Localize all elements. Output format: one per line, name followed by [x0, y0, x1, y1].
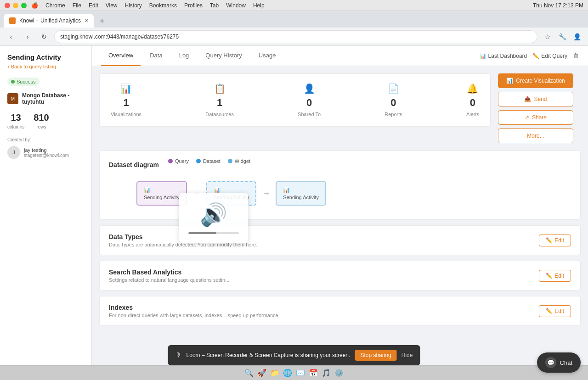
- dock-launchpad[interactable]: 🚀: [256, 368, 267, 379]
- status-dot: [11, 80, 15, 84]
- create-visualization-button[interactable]: 📊 Create Visualization: [498, 73, 573, 88]
- edit-query-link[interactable]: ✏️ Edit Query: [532, 53, 567, 59]
- dock-app-8[interactable]: ⚙️: [334, 368, 345, 379]
- reports-label: Reports: [384, 112, 402, 117]
- last-dashboard-link[interactable]: 📊 Last Dashboard: [480, 53, 527, 59]
- diagram-title: Dataset diagram: [109, 161, 159, 168]
- send-icon: 📤: [524, 96, 531, 102]
- search-analytics-card: Search Based Analytics Settings related …: [99, 261, 581, 291]
- creator-info: J jay testing stagetest@knowi.com: [7, 146, 84, 159]
- query-node-icon: 📊: [144, 187, 180, 193]
- menu-history[interactable]: History: [125, 2, 142, 9]
- user-email: stagetest@knowi.com: [24, 153, 69, 158]
- system-time: Thu Nov 17 2:13 PM: [533, 2, 583, 9]
- created-by-label: Created by:: [7, 137, 84, 142]
- address-bar[interactable]: staging.knowi.com:9443/manage#dataset/76…: [54, 30, 537, 43]
- notification-icon: 🎙: [175, 352, 182, 359]
- edit-icon: ✏️: [532, 53, 539, 59]
- notification-bar: 🎙 Loom – Screen Recorder & Screen Captur…: [168, 345, 420, 365]
- shared-to-label: Shared To: [298, 112, 321, 117]
- database-name: Mongo Database - tuytuhtu: [22, 92, 84, 105]
- more-label: More...: [527, 133, 544, 139]
- dock-app-7[interactable]: 🎵: [321, 368, 332, 379]
- dock-bar: 🔍 🚀 📁 🌐 ✉️ 📅 🎵 ⚙️: [0, 365, 588, 380]
- menu-view[interactable]: View: [106, 2, 118, 9]
- share-button[interactable]: ↗ Share: [498, 110, 573, 125]
- diagram-nodes: 📊 Sending Activity → 📊 Sending Activity …: [109, 177, 571, 210]
- shared-to-stat: 👤 0 Shared To: [298, 83, 321, 117]
- datasources-number: 1: [217, 97, 222, 109]
- mac-menu-bar: 🍎 Chrome File Edit View History Bookmark…: [31, 2, 265, 9]
- menu-bookmarks[interactable]: Bookmarks: [149, 2, 177, 9]
- sound-overlay: 🔊: [179, 193, 248, 243]
- reports-icon: 📄: [388, 83, 399, 94]
- indexes-edit-button[interactable]: ✏️ Edit: [539, 305, 571, 317]
- diagram-node-widget[interactable]: 📊 Sending Activity: [276, 181, 326, 206]
- tab-close-icon[interactable]: ×: [85, 17, 88, 24]
- minimize-btn[interactable]: [13, 3, 18, 8]
- profile-icon[interactable]: 👤: [571, 30, 583, 43]
- dataset-node-icon: 📊: [214, 187, 249, 193]
- dock-app-3[interactable]: 📁: [269, 368, 280, 379]
- more-button[interactable]: More...: [498, 129, 573, 143]
- mac-window-controls[interactable]: [5, 3, 27, 8]
- menu-apple[interactable]: 🍎: [31, 2, 38, 9]
- indexes-edit-label: Edit: [554, 308, 564, 314]
- sound-speaker-icon: 🔊: [200, 202, 227, 228]
- tab-log[interactable]: Log: [172, 46, 197, 66]
- menu-tab[interactable]: Tab: [210, 2, 219, 9]
- tab-overview[interactable]: Overview: [101, 46, 141, 66]
- data-types-edit-label: Edit: [554, 237, 564, 244]
- dock-app-5[interactable]: ✉️: [295, 368, 306, 379]
- tab-data[interactable]: Data: [142, 46, 170, 66]
- chat-circle-icon: 💬: [545, 357, 556, 368]
- widget-node-label: Sending Activity: [283, 195, 319, 200]
- share-icon: ↗: [525, 114, 529, 121]
- user-avatar: J: [7, 146, 20, 159]
- extension-icon[interactable]: 🔧: [556, 30, 569, 43]
- dock-app-4[interactable]: 🌐: [282, 368, 293, 379]
- hide-notification-button[interactable]: Hide: [401, 352, 413, 358]
- menu-chrome[interactable]: Chrome: [45, 2, 65, 9]
- search-analytics-edit-button[interactable]: ✏️ Edit: [539, 270, 571, 282]
- tab-query-history[interactable]: Query History: [198, 46, 249, 66]
- menu-file[interactable]: File: [73, 2, 81, 9]
- sidebar-title: Sending Activity: [7, 53, 84, 61]
- bookmark-icon[interactable]: ☆: [541, 30, 554, 43]
- dock-finder[interactable]: 🔍: [243, 368, 254, 379]
- legend-query-label: Query: [175, 158, 189, 164]
- refresh-button[interactable]: ↻: [38, 30, 51, 43]
- forward-button[interactable]: ›: [21, 30, 34, 43]
- dock-app-6[interactable]: 📅: [308, 368, 319, 379]
- notification-text: Loom – Screen Recorder & Screen Capture …: [187, 352, 351, 358]
- delete-icon[interactable]: 🗑: [573, 52, 579, 59]
- datasources-stat: 📋 1 Datasources: [205, 83, 234, 117]
- tab-usage[interactable]: Usage: [251, 46, 283, 66]
- send-button[interactable]: 📤 Send: [498, 92, 573, 106]
- search-analytics-subtitle: Settings related to natural language que…: [109, 277, 229, 283]
- chrome-toolbar-icons: ☆ 🔧 👤: [541, 30, 583, 43]
- stop-sharing-button[interactable]: Stop sharing: [355, 350, 396, 361]
- maximize-btn[interactable]: [21, 3, 27, 8]
- send-label: Send: [534, 96, 547, 102]
- menu-help[interactable]: Help: [253, 2, 265, 9]
- data-types-edit-button[interactable]: ✏️ Edit: [539, 235, 571, 246]
- columns-stat: 13 columns: [7, 112, 24, 130]
- alerts-label: Alerts: [466, 112, 479, 117]
- back-to-query-link[interactable]: Back to query listing: [7, 63, 84, 70]
- back-button[interactable]: ‹: [5, 30, 17, 43]
- menu-edit[interactable]: Edit: [89, 2, 98, 9]
- active-tab[interactable]: Knowi – Unified Analytics ×: [4, 14, 94, 28]
- diagram-arrow-2: →: [262, 189, 270, 198]
- shared-to-number: 0: [306, 97, 312, 109]
- chrome-addressbar: ‹ › ↻ staging.knowi.com:9443/manage#data…: [0, 28, 588, 46]
- close-btn[interactable]: [5, 3, 10, 8]
- columns-label: columns: [7, 124, 24, 129]
- chat-button[interactable]: 💬 Chat: [537, 352, 581, 373]
- menu-window[interactable]: Window: [226, 2, 246, 9]
- dataset-diagram-card: Dataset diagram Query Dataset: [99, 151, 581, 220]
- shared-to-icon: 👤: [304, 83, 315, 94]
- alerts-number: 0: [470, 97, 475, 109]
- new-tab-button[interactable]: +: [96, 15, 108, 28]
- menu-profiles[interactable]: Profiles: [184, 2, 203, 9]
